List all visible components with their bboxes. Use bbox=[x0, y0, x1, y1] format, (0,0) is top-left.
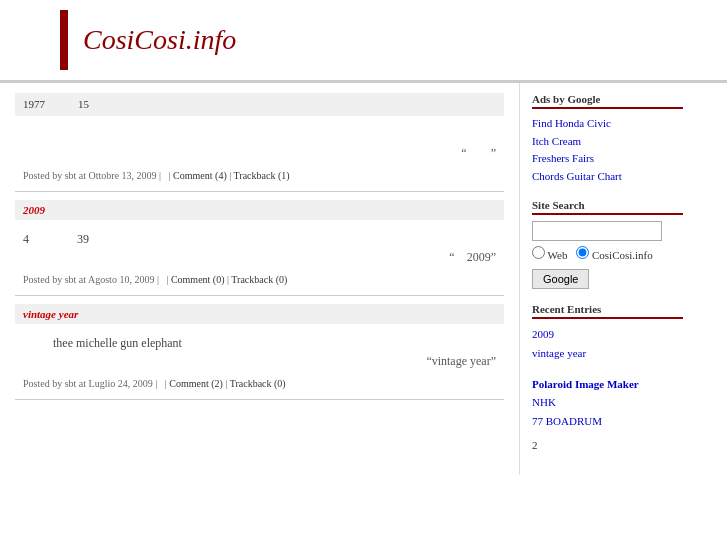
recent-page-number: 2 bbox=[532, 439, 683, 451]
post-1: 1977 15 “ ” Posted by sbt at Ottobre 13,… bbox=[15, 93, 504, 192]
post-3-meta: Posted by sbt at Luglio 24, 2009 | | Com… bbox=[15, 374, 504, 393]
post-2-meta: Posted by sbt at Agosto 10, 2009 | | Com… bbox=[15, 270, 504, 289]
ad-link-3[interactable]: Chords Guitar Chart bbox=[532, 168, 683, 186]
recent-entry-1[interactable]: vintage year bbox=[532, 344, 683, 363]
recent-entry-4[interactable]: NHK bbox=[532, 393, 683, 412]
ads-title-text: Ads by Google bbox=[532, 93, 600, 105]
search-title: Site Search bbox=[532, 199, 683, 215]
header-accent-bar bbox=[60, 10, 68, 70]
post-1-quote: “ ” bbox=[23, 144, 496, 162]
post-1-comment-link[interactable]: Comment (4) bbox=[173, 170, 227, 181]
ad-link-0[interactable]: Find Honda Civic bbox=[532, 115, 683, 133]
post-3: vintage year thee michelle gun elephant … bbox=[15, 304, 504, 400]
post-1-title: 1977 15 bbox=[15, 93, 504, 116]
post-3-body: thee michelle gun elephant “vintage year… bbox=[15, 330, 504, 374]
radio-web-label: Web bbox=[532, 249, 570, 261]
post-3-body-text: thee michelle gun elephant bbox=[23, 334, 496, 352]
search-input[interactable] bbox=[532, 221, 662, 241]
post-1-trackback-link[interactable]: Trackback (1) bbox=[234, 170, 290, 181]
post-3-title-text: vintage year bbox=[23, 308, 78, 320]
post-1-body: “ ” bbox=[15, 122, 504, 166]
page-wrapper: CosiCosi.info 1977 15 “ ” Posted by sbt … bbox=[0, 0, 727, 545]
post-2-body: 4 39 “ 2009” bbox=[15, 226, 504, 270]
post-1-body-text bbox=[23, 126, 496, 144]
radio-site[interactable] bbox=[576, 246, 589, 259]
ad-link-2[interactable]: Freshers Fairs bbox=[532, 150, 683, 168]
post-3-quote: “vintage year” bbox=[23, 352, 496, 370]
recent-entries-section: Recent Entries 2009 vintage year Polaroi… bbox=[532, 303, 683, 450]
search-section: Site Search Web CosiCosi.info Google bbox=[532, 199, 683, 289]
search-radio-group: Web CosiCosi.info bbox=[532, 246, 683, 261]
post-1-meta: Posted by sbt at Ottobre 13, 2009 | | Co… bbox=[15, 166, 504, 185]
post-1-title-text: 1977 15 bbox=[23, 98, 89, 110]
ads-title: Ads by Google bbox=[532, 93, 683, 109]
site-title[interactable]: CosiCosi.info bbox=[83, 24, 236, 56]
post-2-comment-link[interactable]: Comment (0) bbox=[171, 274, 225, 285]
post-2-quote: “ 2009” bbox=[23, 248, 496, 266]
ad-link-1[interactable]: Itch Cream bbox=[532, 133, 683, 151]
post-2-title: 2009 bbox=[15, 200, 504, 220]
post-3-comment-link[interactable]: Comment (2) bbox=[169, 378, 223, 389]
radio-site-label: CosiCosi.info bbox=[576, 249, 653, 261]
content-area: 1977 15 “ ” Posted by sbt at Ottobre 13,… bbox=[0, 83, 727, 475]
post-2: 2009 4 39 “ 2009” Posted by sbt at Agost… bbox=[15, 200, 504, 296]
radio-web[interactable] bbox=[532, 246, 545, 259]
recent-entry-5[interactable]: 77 BOADRUM bbox=[532, 412, 683, 431]
post-2-body-text: 4 39 bbox=[23, 230, 496, 248]
recent-entries-title: Recent Entries bbox=[532, 303, 683, 319]
post-3-trackback-link[interactable]: Trackback (0) bbox=[230, 378, 286, 389]
post-2-title-text: 2009 bbox=[23, 204, 45, 216]
ads-section: Ads by Google Find Honda Civic Itch Crea… bbox=[532, 93, 683, 185]
recent-entry-0[interactable]: 2009 bbox=[532, 325, 683, 344]
sidebar: Ads by Google Find Honda Civic Itch Crea… bbox=[520, 83, 695, 475]
recent-entry-3[interactable]: Polaroid Image Maker bbox=[532, 375, 683, 394]
google-search-button[interactable]: Google bbox=[532, 269, 589, 289]
main-column: 1977 15 “ ” Posted by sbt at Ottobre 13,… bbox=[0, 83, 520, 475]
post-3-title: vintage year bbox=[15, 304, 504, 324]
post-2-trackback-link[interactable]: Trackback (0) bbox=[231, 274, 287, 285]
site-header: CosiCosi.info bbox=[0, 0, 727, 83]
